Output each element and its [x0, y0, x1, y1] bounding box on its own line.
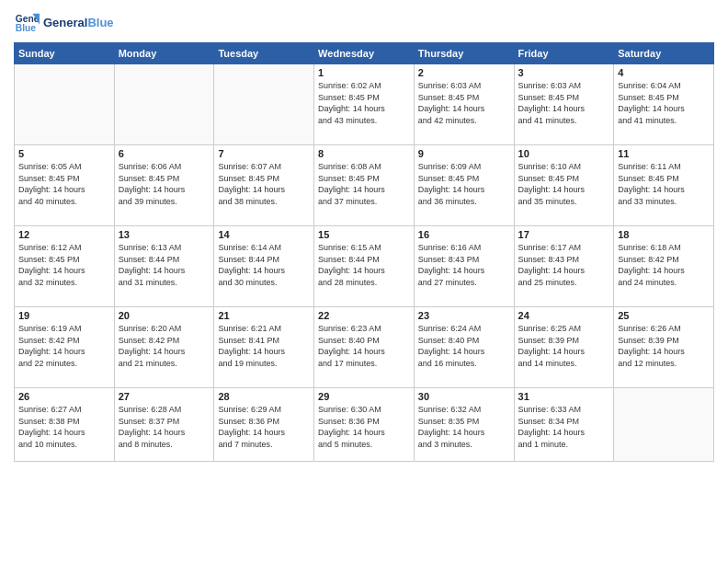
day-number: 7	[218, 148, 310, 159]
calendar-cell: 31Sunrise: 6:33 AM Sunset: 8:34 PM Dayli…	[514, 388, 614, 462]
day-number: 24	[518, 310, 610, 321]
calendar-cell: 17Sunrise: 6:17 AM Sunset: 8:43 PM Dayli…	[514, 226, 614, 307]
day-number: 22	[318, 310, 410, 321]
day-number: 31	[518, 391, 610, 402]
day-number: 9	[418, 148, 510, 159]
logo-text: GeneralBlue	[43, 16, 114, 29]
day-number: 21	[218, 310, 310, 321]
day-info: Sunrise: 6:04 AM Sunset: 8:45 PM Dayligh…	[618, 80, 710, 126]
logo: General Blue GeneralBlue	[14, 9, 114, 35]
day-number: 6	[119, 148, 210, 159]
week-row-5: 26Sunrise: 6:27 AM Sunset: 8:38 PM Dayli…	[15, 388, 714, 462]
calendar-cell: 13Sunrise: 6:13 AM Sunset: 8:44 PM Dayli…	[114, 226, 214, 307]
calendar-cell: 28Sunrise: 6:29 AM Sunset: 8:36 PM Dayli…	[214, 388, 314, 462]
day-info: Sunrise: 6:11 AM Sunset: 8:45 PM Dayligh…	[618, 161, 710, 207]
svg-text:Blue: Blue	[16, 23, 37, 33]
header: General Blue GeneralBlue	[14, 9, 714, 35]
calendar-cell: 4Sunrise: 6:04 AM Sunset: 8:45 PM Daylig…	[614, 64, 714, 145]
day-info: Sunrise: 6:07 AM Sunset: 8:45 PM Dayligh…	[218, 161, 310, 207]
week-row-2: 5Sunrise: 6:05 AM Sunset: 8:45 PM Daylig…	[15, 145, 714, 226]
day-number: 20	[119, 310, 210, 321]
day-info: Sunrise: 6:13 AM Sunset: 8:44 PM Dayligh…	[119, 242, 210, 288]
day-number: 28	[218, 391, 310, 402]
calendar-cell: 22Sunrise: 6:23 AM Sunset: 8:40 PM Dayli…	[314, 307, 415, 388]
calendar-cell: 23Sunrise: 6:24 AM Sunset: 8:40 PM Dayli…	[414, 307, 514, 388]
calendar-cell: 3Sunrise: 6:03 AM Sunset: 8:45 PM Daylig…	[514, 64, 614, 145]
day-info: Sunrise: 6:02 AM Sunset: 8:45 PM Dayligh…	[318, 80, 410, 126]
calendar-cell: 25Sunrise: 6:26 AM Sunset: 8:39 PM Dayli…	[614, 307, 714, 388]
calendar-cell: 26Sunrise: 6:27 AM Sunset: 8:38 PM Dayli…	[15, 388, 115, 462]
day-info: Sunrise: 6:14 AM Sunset: 8:44 PM Dayligh…	[218, 242, 310, 288]
calendar-cell: 12Sunrise: 6:12 AM Sunset: 8:45 PM Dayli…	[15, 226, 115, 307]
day-info: Sunrise: 6:03 AM Sunset: 8:45 PM Dayligh…	[518, 80, 610, 126]
calendar-cell: 29Sunrise: 6:30 AM Sunset: 8:36 PM Dayli…	[314, 388, 415, 462]
day-info: Sunrise: 6:10 AM Sunset: 8:45 PM Dayligh…	[518, 161, 610, 207]
day-info: Sunrise: 6:08 AM Sunset: 8:45 PM Dayligh…	[318, 161, 410, 207]
calendar-cell: 15Sunrise: 6:15 AM Sunset: 8:44 PM Dayli…	[314, 226, 415, 307]
day-info: Sunrise: 6:17 AM Sunset: 8:43 PM Dayligh…	[518, 242, 610, 288]
day-number: 27	[119, 391, 210, 402]
week-row-4: 19Sunrise: 6:19 AM Sunset: 8:42 PM Dayli…	[15, 307, 714, 388]
day-info: Sunrise: 6:12 AM Sunset: 8:45 PM Dayligh…	[18, 242, 110, 288]
day-info: Sunrise: 6:05 AM Sunset: 8:45 PM Dayligh…	[18, 161, 110, 207]
day-number: 10	[518, 148, 610, 159]
col-header-thursday: Thursday	[414, 43, 514, 64]
calendar-cell	[114, 64, 214, 145]
day-info: Sunrise: 6:18 AM Sunset: 8:42 PM Dayligh…	[618, 242, 710, 288]
calendar-cell	[614, 388, 714, 462]
day-number: 25	[618, 310, 710, 321]
calendar-cell	[15, 64, 115, 145]
day-number: 8	[318, 148, 410, 159]
page: General Blue GeneralBlue SundayMondayTue…	[0, 0, 728, 563]
calendar-cell: 9Sunrise: 6:09 AM Sunset: 8:45 PM Daylig…	[414, 145, 514, 226]
day-number: 19	[18, 310, 110, 321]
day-number: 1	[318, 67, 410, 78]
day-number: 26	[18, 391, 110, 402]
calendar-cell	[214, 64, 314, 145]
calendar-cell: 18Sunrise: 6:18 AM Sunset: 8:42 PM Dayli…	[614, 226, 714, 307]
calendar-cell: 5Sunrise: 6:05 AM Sunset: 8:45 PM Daylig…	[15, 145, 115, 226]
calendar-cell: 11Sunrise: 6:11 AM Sunset: 8:45 PM Dayli…	[614, 145, 714, 226]
calendar-cell: 30Sunrise: 6:32 AM Sunset: 8:35 PM Dayli…	[414, 388, 514, 462]
day-number: 4	[618, 67, 710, 78]
day-number: 29	[318, 391, 410, 402]
day-number: 14	[218, 229, 310, 240]
day-info: Sunrise: 6:21 AM Sunset: 8:41 PM Dayligh…	[218, 323, 310, 369]
day-info: Sunrise: 6:24 AM Sunset: 8:40 PM Dayligh…	[418, 323, 510, 369]
day-info: Sunrise: 6:29 AM Sunset: 8:36 PM Dayligh…	[218, 404, 310, 450]
day-info: Sunrise: 6:15 AM Sunset: 8:44 PM Dayligh…	[318, 242, 410, 288]
week-row-1: 1Sunrise: 6:02 AM Sunset: 8:45 PM Daylig…	[15, 64, 714, 145]
day-number: 11	[618, 148, 710, 159]
calendar-cell: 6Sunrise: 6:06 AM Sunset: 8:45 PM Daylig…	[114, 145, 214, 226]
day-info: Sunrise: 6:26 AM Sunset: 8:39 PM Dayligh…	[618, 323, 710, 369]
col-header-sunday: Sunday	[15, 43, 115, 64]
day-number: 3	[518, 67, 610, 78]
calendar-cell: 2Sunrise: 6:03 AM Sunset: 8:45 PM Daylig…	[414, 64, 514, 145]
day-info: Sunrise: 6:30 AM Sunset: 8:36 PM Dayligh…	[318, 404, 410, 450]
day-info: Sunrise: 6:19 AM Sunset: 8:42 PM Dayligh…	[18, 323, 110, 369]
day-info: Sunrise: 6:16 AM Sunset: 8:43 PM Dayligh…	[418, 242, 510, 288]
day-info: Sunrise: 6:25 AM Sunset: 8:39 PM Dayligh…	[518, 323, 610, 369]
logo-icon: General Blue	[14, 9, 40, 35]
day-info: Sunrise: 6:20 AM Sunset: 8:42 PM Dayligh…	[119, 323, 210, 369]
day-info: Sunrise: 6:03 AM Sunset: 8:45 PM Dayligh…	[418, 80, 510, 126]
day-number: 2	[418, 67, 510, 78]
calendar-cell: 1Sunrise: 6:02 AM Sunset: 8:45 PM Daylig…	[314, 64, 415, 145]
calendar-cell: 16Sunrise: 6:16 AM Sunset: 8:43 PM Dayli…	[414, 226, 514, 307]
day-info: Sunrise: 6:33 AM Sunset: 8:34 PM Dayligh…	[518, 404, 610, 450]
calendar-cell: 21Sunrise: 6:21 AM Sunset: 8:41 PM Dayli…	[214, 307, 314, 388]
calendar-cell: 27Sunrise: 6:28 AM Sunset: 8:37 PM Dayli…	[114, 388, 214, 462]
calendar-cell: 10Sunrise: 6:10 AM Sunset: 8:45 PM Dayli…	[514, 145, 614, 226]
calendar-cell: 19Sunrise: 6:19 AM Sunset: 8:42 PM Dayli…	[15, 307, 115, 388]
col-header-monday: Monday	[114, 43, 214, 64]
calendar-cell: 8Sunrise: 6:08 AM Sunset: 8:45 PM Daylig…	[314, 145, 415, 226]
day-number: 13	[119, 229, 210, 240]
calendar-cell: 7Sunrise: 6:07 AM Sunset: 8:45 PM Daylig…	[214, 145, 314, 226]
day-number: 15	[318, 229, 410, 240]
col-header-tuesday: Tuesday	[214, 43, 314, 64]
day-number: 23	[418, 310, 510, 321]
calendar-cell: 20Sunrise: 6:20 AM Sunset: 8:42 PM Dayli…	[114, 307, 214, 388]
day-number: 18	[618, 229, 710, 240]
day-number: 16	[418, 229, 510, 240]
day-number: 12	[18, 229, 110, 240]
